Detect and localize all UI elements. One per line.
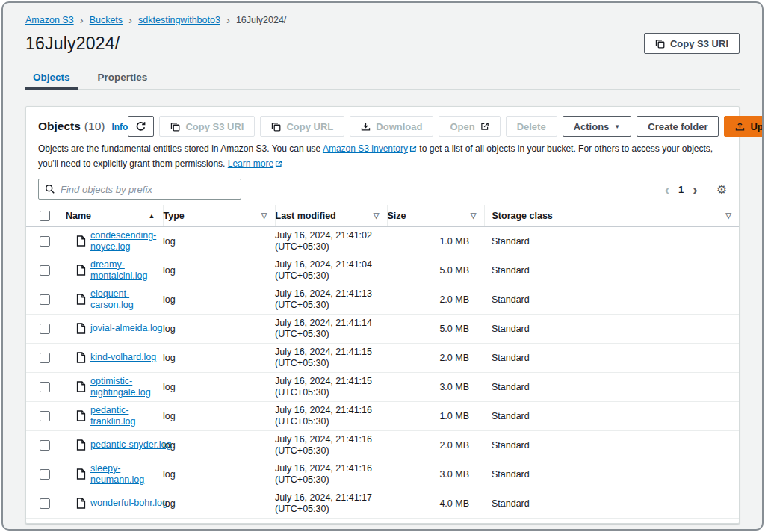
object-name-link[interactable]: pedantic-snyder.log bbox=[90, 439, 171, 451]
sort-icon[interactable]: ▽ bbox=[261, 211, 267, 220]
column-header-last-modified[interactable]: Last modified bbox=[276, 211, 336, 221]
amazon-s3-inventory-link[interactable]: Amazon S3 inventory bbox=[323, 143, 408, 154]
row-checkbox[interactable] bbox=[40, 440, 50, 451]
file-icon bbox=[76, 381, 86, 392]
object-name-line: kind-volhard.log bbox=[90, 352, 156, 363]
file-icon bbox=[76, 323, 86, 334]
row-checkbox[interactable] bbox=[40, 353, 50, 363]
copy-icon bbox=[170, 122, 180, 132]
object-storage-class: Standard bbox=[484, 401, 739, 430]
object-name-link[interactable]: sleepy- neumann.log bbox=[90, 463, 144, 486]
next-page-button[interactable]: › bbox=[693, 182, 697, 197]
row-checkbox[interactable] bbox=[40, 411, 50, 421]
table-row: sleepy- neumann.log log July 16, 2024, 2… bbox=[26, 460, 739, 489]
create-folder-label: Create folder bbox=[648, 121, 707, 132]
object-name-link[interactable]: jovial-almeida.log bbox=[90, 323, 163, 334]
download-button[interactable]: Download bbox=[350, 116, 433, 137]
breadcrumb-bucket-name[interactable]: sdktestingwithboto3 bbox=[138, 15, 220, 25]
column-header-size[interactable]: Size bbox=[388, 211, 406, 221]
object-name-link[interactable]: optimistic- nightingale.log bbox=[90, 376, 151, 398]
create-folder-button[interactable]: Create folder bbox=[637, 116, 719, 137]
row-checkbox[interactable] bbox=[40, 469, 50, 480]
open-button[interactable]: Open bbox=[439, 116, 500, 137]
copy-url-button[interactable]: Copy URL bbox=[260, 116, 344, 137]
file-icon bbox=[76, 265, 86, 276]
row-checkbox[interactable] bbox=[40, 294, 50, 305]
delete-button[interactable]: Delete bbox=[506, 116, 557, 137]
previous-page-button[interactable]: ‹ bbox=[665, 182, 669, 197]
tab-properties[interactable]: Properties bbox=[90, 66, 155, 89]
file-icon bbox=[76, 352, 86, 363]
modified-timezone: (UTC+05:30) bbox=[275, 270, 387, 282]
table-row: jovial-almeida.log log July 16, 2024, 21… bbox=[26, 314, 739, 343]
modified-date: July 16, 2024, 21:41:16 bbox=[275, 434, 387, 445]
column-header-storage-class[interactable]: Storage class bbox=[492, 211, 553, 221]
object-type: log bbox=[163, 430, 275, 460]
sort-icon[interactable]: ▽ bbox=[725, 211, 731, 220]
current-page-number[interactable]: 1 bbox=[678, 184, 684, 195]
objects-table-body: condescending- noyce.log log July 16, 20… bbox=[26, 226, 739, 518]
modified-date: July 16, 2024, 21:41:04 bbox=[275, 259, 387, 270]
file-icon bbox=[76, 235, 86, 247]
object-name-link[interactable]: pedantic- franklin.log bbox=[90, 405, 135, 427]
modified-date: July 16, 2024, 21:41:02 bbox=[275, 230, 387, 241]
table-row: condescending- noyce.log log July 16, 20… bbox=[26, 226, 739, 256]
copy-s3-uri-header-button[interactable]: Copy S3 URI bbox=[644, 33, 740, 54]
object-size: 2.0 MB bbox=[387, 430, 484, 460]
object-name-line: neumann.log bbox=[90, 474, 144, 486]
breadcrumb: Amazon S3 › Buckets › sdktestingwithboto… bbox=[25, 3, 740, 25]
object-name-link[interactable]: kind-volhard.log bbox=[90, 352, 156, 363]
learn-more-link[interactable]: Learn more bbox=[228, 158, 273, 169]
object-name-line: nightingale.log bbox=[90, 387, 151, 398]
object-size: 3.0 MB bbox=[387, 460, 484, 489]
tab-objects[interactable]: Objects bbox=[25, 66, 78, 89]
actions-label: Actions bbox=[574, 121, 610, 132]
info-link[interactable]: Info bbox=[111, 122, 128, 132]
sort-icon[interactable]: ▽ bbox=[471, 211, 477, 220]
object-storage-class: Standard bbox=[484, 314, 739, 343]
row-checkbox[interactable] bbox=[40, 498, 50, 509]
table-row: eloquent- carson.log log July 16, 2024, … bbox=[26, 285, 739, 314]
object-last-modified: July 16, 2024, 21:41:14 (UTC+05:30) bbox=[275, 314, 387, 343]
row-checkbox[interactable] bbox=[40, 382, 50, 392]
object-last-modified: July 16, 2024, 21:41:13 (UTC+05:30) bbox=[275, 285, 387, 314]
object-name-line: condescending- bbox=[90, 230, 156, 241]
upload-icon bbox=[735, 122, 745, 132]
file-icon bbox=[76, 410, 86, 421]
breadcrumb-separator-icon: › bbox=[80, 14, 84, 25]
column-header-type[interactable]: Type bbox=[164, 211, 185, 221]
object-name-line: optimistic- bbox=[90, 376, 151, 387]
modified-timezone: (UTC+05:30) bbox=[275, 416, 387, 427]
object-name-link[interactable]: dreamy- montalcini.log bbox=[90, 259, 147, 282]
actions-dropdown-button[interactable]: Actions ▼ bbox=[563, 116, 632, 137]
breadcrumb-buckets[interactable]: Buckets bbox=[90, 15, 123, 25]
modified-timezone: (UTC+05:30) bbox=[275, 474, 387, 486]
copy-icon bbox=[655, 39, 665, 49]
modified-timezone: (UTC+05:30) bbox=[275, 358, 387, 369]
sort-icon[interactable]: ▽ bbox=[374, 211, 380, 220]
search-input[interactable] bbox=[61, 184, 235, 195]
object-size: 3.0 MB bbox=[387, 372, 484, 401]
object-storage-class: Standard bbox=[484, 226, 739, 256]
breadcrumb-amazon-s3[interactable]: Amazon S3 bbox=[25, 15, 74, 25]
modified-timezone: (UTC+05:30) bbox=[275, 329, 387, 340]
row-checkbox[interactable] bbox=[40, 265, 50, 276]
select-all-checkbox[interactable] bbox=[40, 211, 50, 221]
row-checkbox[interactable] bbox=[40, 236, 50, 247]
sort-ascending-icon[interactable]: ▲ bbox=[149, 212, 155, 220]
preferences-gear-icon[interactable]: ⚙ bbox=[716, 182, 727, 197]
search-box bbox=[38, 179, 241, 200]
upload-button[interactable]: Upload bbox=[724, 116, 764, 137]
copy-s3-uri-button[interactable]: Copy S3 URI bbox=[159, 116, 255, 137]
column-header-name[interactable]: Name bbox=[66, 211, 91, 221]
object-last-modified: July 16, 2024, 21:41:15 (UTC+05:30) bbox=[275, 372, 387, 401]
object-type: log bbox=[163, 256, 275, 285]
object-name-link[interactable]: eloquent- carson.log bbox=[90, 288, 134, 311]
copy-url-label: Copy URL bbox=[286, 121, 333, 132]
tab-bar: Objects Properties bbox=[25, 66, 740, 90]
refresh-button[interactable] bbox=[128, 116, 154, 137]
object-name-link[interactable]: wonderful-bohr.log bbox=[90, 498, 167, 509]
object-name-line: wonderful-bohr.log bbox=[90, 498, 167, 509]
row-checkbox[interactable] bbox=[40, 324, 50, 334]
object-name-link[interactable]: condescending- noyce.log bbox=[90, 230, 156, 253]
